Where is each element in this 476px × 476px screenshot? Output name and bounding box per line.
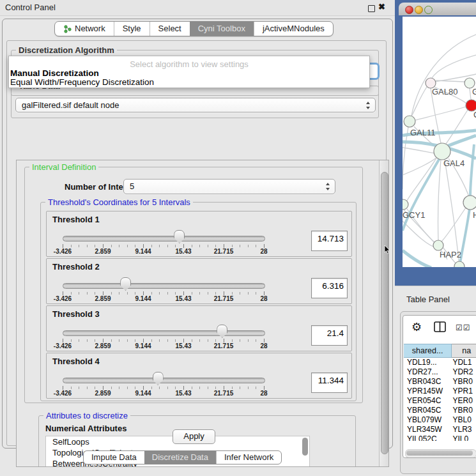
slider-track[interactable] xyxy=(63,283,265,289)
list-scrollbar-thumb[interactable] xyxy=(302,438,308,456)
network-node[interactable] xyxy=(463,196,476,210)
slider-track[interactable] xyxy=(63,378,265,383)
table-hscrollbar-thumb[interactable] xyxy=(406,450,473,456)
network-edge[interactable] xyxy=(432,55,476,78)
threshold-slider[interactable]: -3.4262.8599.14415.4321.71528 xyxy=(63,306,264,351)
tick-mark xyxy=(135,292,135,295)
threshold-value-field[interactable]: 21.4 xyxy=(311,325,348,346)
table-row[interactable]: YBR043CYBR0 xyxy=(404,377,476,387)
threshold-panel: Threshold 4 -3.4262.8599.14415.4321.7152… xyxy=(46,353,352,399)
close-icon[interactable]: ✖ xyxy=(378,2,385,12)
table-row[interactable]: YPR145WYPR1 xyxy=(404,387,476,396)
tick-mark xyxy=(248,292,249,295)
network-edge[interactable] xyxy=(403,148,436,153)
split-columns-icon[interactable] xyxy=(434,321,446,332)
cell-name: YBL0 xyxy=(450,415,476,425)
settings-scrollbar-thumb[interactable] xyxy=(381,172,388,454)
table-data-combo[interactable]: galFiltered.sif default node xyxy=(15,98,376,112)
table-hscrollbar-track[interactable] xyxy=(405,449,476,458)
column-header-shared-name[interactable]: shared... xyxy=(404,344,452,358)
tab-discretize-data[interactable]: Discretize Data xyxy=(144,451,216,464)
tab-network[interactable]: Network xyxy=(55,22,114,36)
tick-mark xyxy=(232,387,233,389)
zoom-traffic-light-icon[interactable] xyxy=(424,6,433,14)
dropdown-option-manual[interactable]: Manual Discretization xyxy=(10,68,99,78)
tick-mark xyxy=(208,339,208,342)
table-panel-body: ⚙ ☑☑ shared... na YDL19...YDL1YDR27...YD… xyxy=(403,315,476,458)
network-node[interactable] xyxy=(434,143,450,160)
table-row[interactable]: YER054CYER0 xyxy=(404,396,476,406)
threshold-value-field[interactable]: 11.344 xyxy=(311,372,348,393)
tick-mark xyxy=(111,245,112,247)
threshold-panel: Threshold 1 -3.4262.8599.14415.4321.7152… xyxy=(46,211,352,257)
network-window-titlebar[interactable] xyxy=(399,3,476,15)
num-intervals-combo[interactable]: 5 xyxy=(123,179,335,194)
tick-mark xyxy=(87,387,88,389)
tab-cyni-toolbox[interactable]: Cyni Toolbox xyxy=(190,22,254,36)
threshold-slider[interactable]: -3.4262.8599.14415.4321.71528 xyxy=(63,353,264,398)
network-edge[interactable] xyxy=(407,157,437,201)
network-edge[interactable] xyxy=(438,160,441,240)
network-node[interactable] xyxy=(403,199,408,210)
network-edge[interactable] xyxy=(470,88,471,100)
tab-impute-data[interactable]: Impute Data xyxy=(84,451,144,464)
cell-name: YER0 xyxy=(450,396,476,406)
network-node[interactable] xyxy=(433,240,443,250)
table-row[interactable]: YIL052CYIL0 xyxy=(404,434,476,441)
network-edge[interactable] xyxy=(441,208,466,242)
column-header-name[interactable]: na xyxy=(452,344,476,358)
tick-mark xyxy=(71,245,72,247)
tab-label: Impute Data xyxy=(91,452,137,462)
close-traffic-light-icon[interactable] xyxy=(405,6,413,14)
network-edge[interactable] xyxy=(445,160,459,261)
network-edge[interactable] xyxy=(415,107,466,120)
float-window-icon[interactable] xyxy=(368,5,375,12)
tick-mark xyxy=(135,339,135,342)
network-node-label: GCY1 xyxy=(403,210,425,220)
tick-mark xyxy=(87,245,88,247)
interval-definition-group: Interval Definition Number of Intervals … xyxy=(24,167,363,403)
slider-tick-labels: -3.4262.8599.14415.4321.71528 xyxy=(63,248,264,255)
slider-tick-labels: -3.4262.8599.14415.4321.71528 xyxy=(63,342,264,349)
tab-select[interactable]: Select xyxy=(150,22,190,36)
threshold-slider[interactable]: -3.4262.8599.14415.4321.71528 xyxy=(63,259,264,303)
slider-track[interactable] xyxy=(63,330,265,336)
tick-mark xyxy=(199,292,200,295)
dropdown-option-equal-width[interactable]: Equal Width/Frequency Discretization xyxy=(10,77,154,87)
tick-mark xyxy=(151,292,152,295)
network-thick-edge[interactable] xyxy=(403,250,431,267)
network-edge[interactable] xyxy=(403,221,438,248)
network-thick-edge[interactable] xyxy=(470,144,474,197)
network-thick-edge[interactable] xyxy=(460,208,470,263)
network-canvas[interactable]: GAL80GACGAL11GAL4GCY1HHAP2 xyxy=(403,17,476,267)
threshold-value-field[interactable]: 14.713 xyxy=(311,231,348,251)
table-row[interactable]: YDL19...YDL1 xyxy=(404,358,476,367)
tick-mark xyxy=(151,245,152,247)
network-node-label: GAL80 xyxy=(432,87,457,96)
tab-style[interactable]: Style xyxy=(114,22,150,36)
tab-infer-network[interactable]: Infer Network xyxy=(216,451,281,464)
gear-icon[interactable]: ⚙ xyxy=(411,320,422,334)
table-row[interactable]: YBR045CYBR0 xyxy=(404,406,476,415)
checkbox-columns-icon[interactable]: ☑☑ xyxy=(456,323,471,332)
minimize-traffic-light-icon[interactable] xyxy=(415,6,423,14)
tab-jactivemnodules[interactable]: jActiveMNodules xyxy=(254,22,333,36)
slider-track[interactable] xyxy=(63,236,265,242)
apply-button[interactable]: Apply xyxy=(173,429,215,444)
threshold-slider[interactable]: -3.4262.8599.14415.4321.71528 xyxy=(63,211,264,256)
network-node-label: H xyxy=(473,210,476,220)
tick-mark xyxy=(95,387,95,389)
table-row[interactable]: YDR27...YDR2 xyxy=(404,367,476,377)
settings-scrollbar-track[interactable] xyxy=(379,160,389,466)
tick-mark xyxy=(151,387,152,389)
table-row[interactable]: YLR345WYLR3 xyxy=(404,425,476,434)
network-node-label: GAL4 xyxy=(443,158,464,168)
combo-spinner-icon xyxy=(366,101,371,110)
table-row[interactable]: YBL079WYBL0 xyxy=(404,415,476,425)
threshold-value-field[interactable]: 6.316 xyxy=(311,278,348,298)
tick-mark xyxy=(79,245,79,247)
network-node[interactable] xyxy=(404,116,415,127)
network-node[interactable] xyxy=(454,261,464,267)
network-thick-edge[interactable] xyxy=(403,158,440,231)
tick-mark xyxy=(232,292,233,295)
